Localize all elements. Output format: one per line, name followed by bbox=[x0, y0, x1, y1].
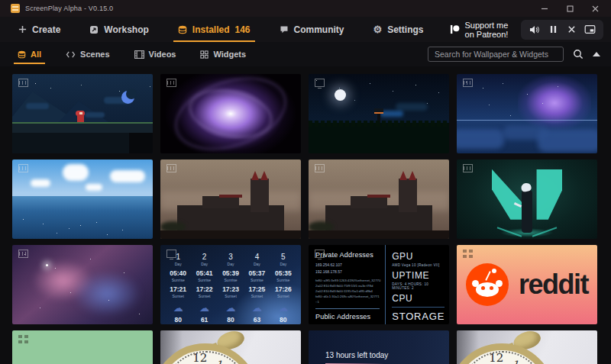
display-icon bbox=[584, 25, 596, 34]
wallpaper-tile-night-tower[interactable] bbox=[309, 74, 449, 153]
sea-foam bbox=[23, 219, 24, 220]
red-spire bbox=[409, 171, 416, 180]
wallpaper-tile-celeste[interactable] bbox=[12, 74, 153, 153]
weather-code: 80 bbox=[227, 316, 234, 324]
patreon-icon bbox=[450, 24, 460, 34]
sunrise-time: 05:35 bbox=[275, 269, 292, 277]
cloud bbox=[31, 179, 50, 187]
weather-code: 63 bbox=[254, 316, 260, 324]
widget-tile-counter[interactable] bbox=[12, 330, 153, 364]
window-close-button[interactable] bbox=[592, 5, 599, 12]
nav-create-label: Create bbox=[32, 24, 60, 35]
widget-tile-reddit[interactable]: reddit bbox=[457, 245, 597, 324]
send-to-display-button[interactable] bbox=[580, 21, 599, 38]
type-badge-scene-icon bbox=[315, 250, 325, 258]
sunset-time: 17:23 bbox=[222, 285, 239, 293]
widget-tile-weather[interactable]: 1 Day 05:40 Sunrise 17:21 Sunset ☁ 80 We… bbox=[160, 245, 301, 324]
filter-tab-scenes[interactable]: Scenes bbox=[63, 42, 112, 66]
sunrise-label: Sunrise bbox=[251, 278, 263, 282]
castle-keep bbox=[202, 196, 239, 209]
forest bbox=[309, 123, 449, 153]
sunrise-time: 05:41 bbox=[196, 269, 213, 277]
reddit-wordmark: reddit bbox=[519, 269, 588, 301]
widget-tile-system-info[interactable]: Private Addresses 169.254.62.107 192.168… bbox=[309, 245, 449, 324]
window-minimize-button[interactable] bbox=[541, 5, 548, 12]
ipv6-address: fe80::d0c1:30a1:269c:a80%ethernet_32771 bbox=[315, 294, 380, 299]
hours-left-text: 13 hours left today bbox=[325, 351, 388, 359]
wallpaper-tile-castle-2[interactable] bbox=[309, 159, 449, 239]
cloud bbox=[85, 112, 105, 118]
search-icon[interactable] bbox=[573, 49, 584, 60]
type-badge-video-icon bbox=[315, 164, 325, 172]
clock-numeral-12: 12 bbox=[489, 351, 503, 364]
wallpaper-tile-valorant[interactable] bbox=[457, 159, 597, 239]
title-bar: ScreenPlay Alpha - V0.15.0 bbox=[0, 0, 611, 17]
sunrise-time: 05:37 bbox=[249, 269, 266, 277]
close-icon bbox=[567, 25, 576, 34]
widget-tile-hours-left[interactable]: 13 hours left today bbox=[309, 330, 449, 364]
type-badge-video-icon bbox=[18, 164, 28, 172]
ip-address: 192.168.178.57 bbox=[315, 269, 380, 275]
nav-workshop-label: Workshop bbox=[104, 24, 148, 35]
ip-address: 188.192.23.116 bbox=[315, 324, 380, 324]
nav-settings-label: Settings bbox=[387, 24, 423, 35]
nav-item-installed[interactable]: Installed 146 bbox=[175, 17, 254, 42]
collapse-panel-icon[interactable] bbox=[593, 52, 600, 56]
sunrise-time: 05:39 bbox=[222, 269, 239, 277]
wallpaper-tile-spiral-galaxy[interactable] bbox=[160, 74, 301, 153]
nav-item-community[interactable]: Community bbox=[276, 17, 348, 42]
app-logo-icon bbox=[11, 4, 20, 13]
red-spire bbox=[399, 171, 407, 180]
blue-nebula bbox=[73, 271, 141, 317]
weather-code: 80 bbox=[280, 316, 286, 324]
nav-installed-label: Installed bbox=[192, 24, 230, 35]
alien-head bbox=[476, 282, 499, 297]
sunset-time: 17:22 bbox=[196, 285, 213, 293]
sunset-label: Sunset bbox=[277, 294, 289, 298]
speaker-icon bbox=[529, 25, 540, 34]
wallpaper-tile-alarm-clock-2[interactable]: 12 1 bbox=[457, 330, 597, 364]
castle-tower bbox=[251, 179, 269, 212]
cpu-heading: CPU bbox=[392, 293, 445, 304]
search-input[interactable] bbox=[428, 47, 564, 62]
logo-left bbox=[492, 169, 524, 220]
wallpaper-tile-galaxy-sky[interactable] bbox=[457, 74, 597, 153]
filter-videos-label: Videos bbox=[149, 50, 176, 59]
sunrise-label: Sunrise bbox=[198, 278, 211, 282]
wallpaper-tile-alarm-clock[interactable]: 12 1 bbox=[160, 330, 301, 364]
pause-button[interactable] bbox=[544, 21, 562, 38]
ground bbox=[160, 230, 301, 239]
sunrise-label: Sunrise bbox=[276, 278, 289, 282]
public-addresses-heading: Public Addresses bbox=[315, 313, 380, 321]
filter-tab-all[interactable]: All bbox=[15, 42, 44, 66]
cloud-icon: ☁ bbox=[173, 303, 183, 313]
filter-tab-videos[interactable]: Videos bbox=[132, 42, 179, 66]
day-number: 3 bbox=[228, 253, 233, 261]
wallpaper-tile-castle[interactable] bbox=[160, 159, 301, 239]
film-strip-icon bbox=[134, 50, 144, 59]
window-maximize-button[interactable] bbox=[567, 5, 574, 12]
close-wallpaper-button[interactable] bbox=[562, 21, 580, 38]
cloud bbox=[457, 129, 504, 149]
patreon-label: Support me on Patreon! bbox=[465, 21, 509, 39]
patreon-link[interactable]: Support me on Patreon! bbox=[450, 21, 509, 39]
volume-button[interactable] bbox=[525, 21, 544, 38]
wallpaper-tile-nebula[interactable] bbox=[12, 245, 153, 324]
nav-item-workshop[interactable]: Workshop bbox=[86, 17, 151, 42]
nav-item-create[interactable]: Create bbox=[15, 17, 63, 42]
grid-icon bbox=[200, 50, 209, 59]
horizon-line bbox=[457, 120, 597, 121]
type-badge-scene-icon bbox=[166, 250, 176, 258]
gear-icon: ⚙ bbox=[373, 24, 383, 34]
day-label: Day bbox=[280, 262, 286, 266]
nav-item-settings[interactable]: ⚙ Settings bbox=[370, 17, 427, 42]
type-badge-video-icon bbox=[166, 164, 176, 172]
filter-tab-widgets[interactable]: Widgets bbox=[198, 42, 248, 66]
sunset-label: Sunset bbox=[225, 294, 237, 298]
storage-heading: STORAGE bbox=[392, 311, 445, 322]
stack-icon bbox=[18, 50, 26, 59]
uptime-heading: UPTIME bbox=[392, 270, 445, 281]
wallpaper-tile-ocean[interactable] bbox=[12, 159, 153, 239]
nav-community-label: Community bbox=[294, 24, 344, 35]
wallpaper-control-group bbox=[521, 20, 603, 40]
